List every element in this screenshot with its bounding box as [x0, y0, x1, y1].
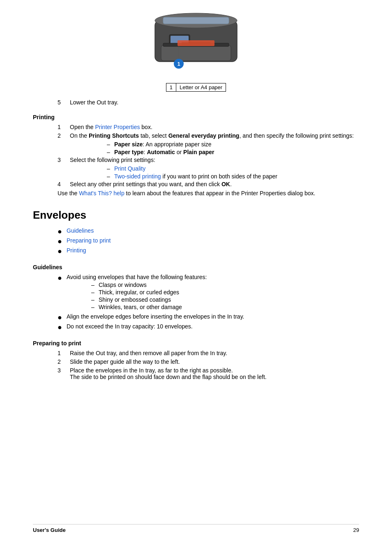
toc-printing-text: Printing	[67, 247, 359, 254]
callout-number: 1	[166, 83, 176, 92]
printing-step-1: 1 Open the Printer Properties box.	[58, 124, 359, 130]
printing-step-3: 3 Select the following print settings:	[58, 157, 359, 163]
page: 1 1 Letter or A4 paper 5 Lower the Out t…	[0, 0, 392, 543]
feature-1-text: Clasps or windows	[99, 282, 147, 288]
toc-item-preparing: ● Preparing to print	[58, 237, 359, 245]
step-5-text: Lower the Out tray.	[70, 99, 118, 106]
guidelines-heading: Guidelines	[33, 264, 359, 270]
sub-dash-1: –	[91, 282, 99, 288]
guidelines-bullets: ● Avoid using envelopes that have the fo…	[33, 274, 359, 331]
svg-rect-7	[178, 40, 214, 46]
svg-rect-3	[161, 45, 231, 61]
step-3-sub-1: – Print Quality	[107, 165, 359, 172]
feature-4: – Wrinkles, tears, or other damage	[91, 304, 359, 310]
printer-properties-link[interactable]: Printer Properties	[95, 124, 140, 130]
feature-4-text: Wrinkles, tears, or other damage	[99, 304, 182, 310]
footer: User's Guide 29	[33, 524, 359, 533]
dash-4: –	[107, 173, 114, 180]
envelope-features-list: – Clasps or windows – Thick, irregular, …	[67, 282, 359, 310]
printing-info-para: Use the What's This? help to learn about…	[33, 190, 359, 196]
preparing-step-2: 2 Slide the paper guide all the way to t…	[58, 358, 359, 365]
sub-dash-2: –	[91, 289, 99, 296]
step-4-text: Select any other print settings that you…	[70, 181, 359, 187]
toc-item-guidelines: ● Guidelines	[58, 227, 359, 235]
toc-item-printing: ● Printing	[58, 247, 359, 255]
prep-step-1-text: Raise the Out tray, and then remove all …	[70, 350, 359, 356]
step-1-num: 1	[58, 124, 70, 130]
dash-3: –	[107, 165, 114, 172]
printing-steps: 1 Open the Printer Properties box. 2 On …	[33, 124, 359, 187]
feature-1: – Clasps or windows	[91, 282, 359, 288]
guideline-2: ● Align the envelope edges before insert…	[58, 313, 359, 321]
prep-step-1-num: 1	[58, 350, 70, 356]
printing-step-2: 2 On the Printing Shortcuts tab, select …	[58, 132, 359, 139]
guideline-3-text: Do not exceed the In tray capacity: 10 e…	[67, 323, 359, 330]
step-1-text: Open the Printer Properties box.	[70, 124, 359, 130]
step-3-subitems: – Print Quality – Two-sided printing if …	[58, 165, 359, 180]
bullet-icon-6: ●	[58, 323, 67, 331]
guideline-2-text: Align the envelope edges before insertin…	[67, 313, 359, 320]
svg-text:1: 1	[177, 61, 180, 67]
step-2-subitems: – Paper size: An appropriate paper size …	[58, 141, 359, 155]
step-4-num: 4	[58, 181, 70, 187]
step-3-sub-1-text: Print Quality	[114, 165, 145, 172]
step-5-row: 5 Lower the Out tray.	[33, 99, 359, 106]
step-3-sub-2: – Two-sided printing if you want to prin…	[107, 173, 359, 180]
step-5-number: 5	[58, 99, 70, 106]
printing-heading: Printing	[33, 114, 359, 120]
preparing-toc-link[interactable]: Preparing to print	[67, 237, 111, 244]
svg-rect-2	[163, 17, 229, 24]
step-2-sub-2: – Paper type: Automatic or Plain paper	[107, 149, 359, 155]
envelopes-toc: ● Guidelines ● Preparing to print ● Prin…	[33, 227, 359, 255]
prep-step-2-text: Slide the paper guide all the way to the…	[70, 358, 359, 365]
guideline-1-text: Avoid using envelopes that have the foll…	[67, 274, 359, 311]
step-3-num: 3	[58, 157, 70, 163]
callout-label: Letter or A4 paper	[176, 83, 226, 92]
toc-guidelines-text: Guidelines	[67, 227, 359, 234]
step-2-sub-2-text: Paper type: Automatic or Plain paper	[114, 149, 214, 155]
guideline-3: ● Do not exceed the In tray capacity: 10…	[58, 323, 359, 331]
dash-2: –	[107, 149, 114, 155]
printer-image-section: 1 1 Letter or A4 paper	[33, 12, 359, 92]
step-2-sub-1-text: Paper size: An appropriate paper size	[114, 141, 212, 148]
prep-step-3-num: 3	[58, 367, 70, 380]
step-2-text: On the Printing Shortcuts tab, select Ge…	[70, 132, 359, 139]
footer-right: 29	[353, 527, 359, 533]
printing-toc-link[interactable]: Printing	[67, 247, 86, 254]
printing-step-4: 4 Select any other print settings that y…	[58, 181, 359, 187]
feature-2-text: Thick, irregular, or curled edges	[99, 289, 179, 296]
toc-preparing-text: Preparing to print	[67, 237, 359, 244]
preparing-step-3: 3 Place the envelopes in the In tray, as…	[58, 367, 359, 380]
print-quality-link[interactable]: Print Quality	[114, 165, 145, 172]
step-3-text: Select the following print settings:	[70, 157, 359, 163]
step-2-num: 2	[58, 132, 70, 139]
prep-step-3-text: Place the envelopes in the In tray, as f…	[70, 367, 359, 380]
feature-3-text: Shiny or embossed coatings	[99, 296, 171, 303]
guideline-1: ● Avoid using envelopes that have the fo…	[58, 274, 359, 311]
two-sided-printing-link[interactable]: Two-sided printing	[114, 173, 161, 180]
sub-dash-3: –	[91, 296, 99, 303]
envelopes-heading: Envelopes	[33, 209, 359, 222]
guidelines-toc-link[interactable]: Guidelines	[67, 227, 94, 234]
preparing-step-1: 1 Raise the Out tray, and then remove al…	[58, 350, 359, 356]
bullet-icon-3: ●	[58, 247, 67, 255]
preparing-heading: Preparing to print	[33, 340, 359, 347]
prep-step-2-num: 2	[58, 358, 70, 365]
dash-1: –	[107, 141, 114, 148]
whats-this-help-link[interactable]: What's This? help	[79, 190, 125, 196]
step-2-sub-1: – Paper size: An appropriate paper size	[107, 141, 359, 148]
bullet-icon-2: ●	[58, 238, 67, 245]
feature-3: – Shiny or embossed coatings	[91, 296, 359, 303]
feature-2: – Thick, irregular, or curled edges	[91, 289, 359, 296]
preparing-steps: 1 Raise the Out tray, and then remove al…	[33, 350, 359, 380]
sub-dash-4: –	[91, 304, 99, 310]
footer-left: User's Guide	[33, 527, 66, 533]
bullet-icon-4: ●	[58, 274, 67, 282]
printer-illustration: 1	[138, 12, 254, 78]
step-3-sub-2-text: Two-sided printing if you want to print …	[114, 173, 277, 180]
bullet-icon-5: ●	[58, 314, 67, 321]
callout-table: 1 Letter or A4 paper	[166, 83, 226, 92]
bullet-icon-1: ●	[58, 228, 67, 235]
